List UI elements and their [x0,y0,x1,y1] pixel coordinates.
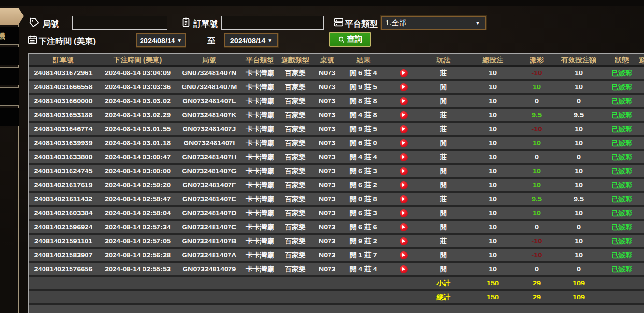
cell-replay [384,109,423,121]
cell-status: 已派彩 [606,235,638,247]
order-number-input[interactable] [221,16,324,30]
play-replay-button[interactable] [400,153,408,161]
cell-extra [638,123,644,135]
sidebar-item[interactable] [0,47,19,65]
play-replay-button[interactable] [400,139,408,147]
table-row: 240814031672961 2024-08-14 03:04:09 GN07… [29,67,644,81]
platform-type-value: 1.全部 [382,18,475,28]
cell-valid-bet: 0 [552,95,606,107]
play-replay-button[interactable] [400,125,408,133]
cell-play-type: 莊 [423,67,464,79]
platform-type-icon [333,17,344,28]
cell-result: 閒 6 莊 6 [343,221,384,233]
cell-replay [384,179,423,191]
cell-total-bet: 10 [464,193,522,205]
date-to-select[interactable]: 2024/08/14 ▼ [224,33,278,47]
cell-total-bet: 10 [464,81,522,93]
play-replay-button[interactable] [400,223,408,231]
round-number-input[interactable] [72,16,167,30]
play-replay-button[interactable] [400,265,408,273]
cell-play-type: 閒 [423,249,464,261]
cell-game-type: 百家樂 [279,165,311,177]
cell-payout: -10 [522,249,552,261]
column-header: 平台類型 [241,54,279,65]
play-replay-button[interactable] [400,83,408,91]
total-bet: 150 [464,291,522,303]
subtotal-valid: 109 [552,277,606,289]
play-replay-button[interactable] [400,195,408,203]
column-header: 派彩 [522,54,552,65]
cell-table-number: N073 [311,207,343,219]
cell-table-number: N073 [311,235,343,247]
cell-platform-type: 卡卡灣廳 [241,165,279,177]
cell-status: 已派彩 [606,81,638,93]
date-to-value: 2024/08/14 [230,37,268,44]
cell-bet-time: 2024-08-14 02:56:28 [98,249,178,261]
play-replay-button[interactable] [400,209,408,217]
cell-platform-type: 卡卡灣廳 [241,123,279,135]
cell-play-type: 莊 [423,123,464,135]
cell-valid-bet: 0 [552,263,606,275]
cell-extra [638,67,644,79]
sidebar-item[interactable] [0,87,19,106]
column-header: 遊 [638,54,644,65]
cell-result: 閒 4 莊 4 [343,263,384,275]
cell-bet-time: 2024-08-14 03:01:55 [98,123,178,135]
play-replay-button[interactable] [400,251,408,259]
cell-status: 已派彩 [606,249,638,261]
date-range-to-label: 至 [207,35,215,46]
cell-extra [638,207,644,219]
play-replay-button[interactable] [400,97,408,105]
table-row: 240814021617619 2024-08-14 02:59:20 GN07… [29,179,644,193]
query-button[interactable]: 查詢 [329,32,371,47]
cell-result: 閒 4 莊 8 [343,109,384,121]
cell-play-type: 閒 [423,165,464,177]
cell-status: 已派彩 [606,95,638,107]
bet-records-table: 訂單號下注時間 (美東)局號平台類型遊戲類型桌號結果玩法總投注派彩有效投注額狀態… [28,53,644,313]
cell-order-number: 240814021596924 [29,221,98,233]
cell-extra [638,137,644,149]
cell-replay [384,193,423,205]
play-replay-button[interactable] [400,181,408,189]
cell-status: 已派彩 [606,221,638,233]
cell-order-number: 240814021591101 [29,235,98,247]
cell-status: 已派彩 [606,193,638,205]
table-row: 240814031633800 2024-08-14 03:00:47 GN07… [29,151,644,165]
cell-total-bet: 10 [464,123,522,135]
cell-table-number: N073 [311,151,343,163]
cell-round-number: GN0732481407A [178,249,241,261]
sidebar-item[interactable] [0,108,19,126]
cell-payout: 10 [522,165,552,177]
cell-round-number: GN0732481407H [178,151,241,163]
play-icon [402,211,405,215]
cell-game-type: 百家樂 [279,263,311,275]
cell-replay [384,221,423,233]
column-header [384,54,423,65]
cell-table-number: N073 [311,109,343,121]
cell-valid-bet: 10 [552,235,606,247]
sidebar-item[interactable]: 機 [0,27,19,45]
date-from-select[interactable]: 2024/08/14 ▼ [136,33,186,47]
sidebar-item[interactable] [0,67,19,85]
cell-play-type: 莊 [423,109,464,121]
cell-result: 閒 4 莊 4 [343,151,384,163]
play-replay-button[interactable] [400,167,408,175]
sidebar-active-tab[interactable] [0,8,24,25]
cell-payout: 9.5 [522,109,552,121]
platform-type-select[interactable]: 1.全部 ▼ [381,16,486,30]
total-label: 總計 [423,291,464,303]
cell-platform-type: 卡卡灣廳 [241,207,279,219]
cell-extra [638,81,644,93]
cell-bet-time: 2024-08-14 02:58:04 [98,207,178,219]
play-replay-button[interactable] [400,111,408,119]
cell-bet-time: 2024-08-14 02:58:47 [98,193,178,205]
table-row: 240814021603384 2024-08-14 02:58:04 GN07… [29,207,644,221]
column-header: 玩法 [423,54,464,65]
cell-replay [384,137,423,149]
play-icon [402,71,405,75]
cell-order-number: 240814021583907 [29,249,98,261]
cell-bet-time: 2024-08-14 03:00:47 [98,151,178,163]
play-replay-button[interactable] [400,69,408,77]
play-replay-button[interactable] [400,237,408,245]
cell-table-number: N073 [311,81,343,93]
